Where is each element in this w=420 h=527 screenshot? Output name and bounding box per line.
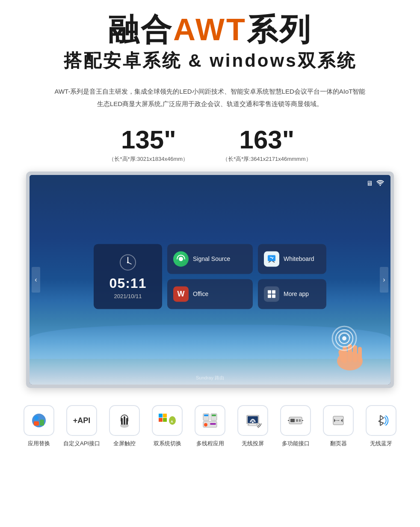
feature-icon-page-turner — [323, 405, 354, 436]
screen-inner: 🖥 ‹ › — [30, 175, 390, 385]
svg-rect-44 — [210, 423, 216, 425]
screen-bottom-bar: Sundray 路由 — [196, 375, 224, 381]
office-label: Office — [193, 291, 208, 298]
app-grid: Signal Source — [94, 244, 326, 309]
svg-rect-12 — [272, 295, 275, 298]
feature-label-page-turner: 翻页器 — [330, 440, 347, 447]
feature-label-dual-os: 双系统切换 — [154, 440, 181, 447]
touch-hand — [326, 320, 369, 372]
feature-label-multiport: 多功能接口 — [282, 440, 310, 447]
status-bar: 🖥 — [366, 179, 384, 188]
svg-rect-31 — [159, 414, 163, 417]
svg-rect-10 — [272, 290, 275, 294]
size-item-1: 135" （长*高*厚:3021x1834x46mm） — [109, 127, 188, 163]
size-item-2: 163" （长*高*厚:3641x2171x46mmmm） — [222, 127, 311, 163]
clock-time: 05:11 — [109, 275, 147, 291]
whiteboard-btn[interactable]: Whiteboard — [258, 244, 326, 274]
svg-point-47 — [252, 421, 254, 423]
whiteboard-label: Whiteboard — [284, 256, 314, 263]
size-detail-2: （长*高*厚:3641x2171x46mmmm） — [222, 155, 311, 163]
screen-frame: 🖥 ‹ › — [26, 172, 394, 388]
header: 融合AWT系列 搭配安卓系统 & windows双系统 — [0, 0, 420, 77]
svg-line-59 — [379, 421, 384, 423]
feature-icon-multithread — [195, 405, 225, 436]
svg-point-5 — [127, 261, 129, 263]
feature-icon-bluetooth — [366, 405, 396, 436]
feature-touch: 全屏触控 — [103, 405, 146, 447]
feature-icon-touch — [109, 405, 140, 436]
feature-bluetooth: 无线蓝牙 — [360, 405, 402, 447]
svg-rect-17 — [358, 347, 362, 362]
svg-rect-51 — [296, 419, 298, 422]
feature-icon-api: +API — [66, 405, 97, 436]
clock-widget: 05:11 2021/10/11 — [94, 244, 162, 309]
more-app-label: More app — [284, 291, 309, 298]
wifi-icon — [376, 179, 384, 188]
feature-wireless-cast: 无线投屏 — [231, 405, 274, 447]
api-text: +API — [73, 416, 91, 425]
svg-rect-33 — [159, 418, 163, 422]
signal-source-label: Signal Source — [193, 256, 230, 263]
clock-date: 2021/10/11 — [114, 293, 142, 299]
svg-rect-32 — [163, 414, 167, 417]
feature-page-turner: 翻页器 — [317, 405, 360, 447]
features-section: 应用替换 +API 自定义API接口 全屏触控 — [0, 405, 420, 447]
feature-icon-dual-os: A — [152, 405, 183, 436]
feature-label-api: 自定义API接口 — [63, 440, 100, 447]
whiteboard-icon — [264, 252, 279, 267]
feature-icon-wireless-cast — [237, 405, 268, 436]
feature-icon-app-replace — [24, 405, 54, 436]
feature-api: +API 自定义API接口 — [60, 405, 103, 447]
svg-rect-41 — [204, 414, 208, 416]
svg-rect-6 — [268, 255, 275, 261]
feature-app-replace: 应用替换 — [18, 405, 60, 447]
more-app-btn[interactable]: More app — [258, 279, 326, 309]
svg-text:A: A — [171, 420, 173, 423]
feature-label-bluetooth: 无线蓝牙 — [370, 440, 392, 447]
screen-arrow-left[interactable]: ‹ — [32, 267, 40, 293]
svg-line-7 — [269, 261, 271, 263]
feature-icon-multiport — [280, 405, 311, 436]
svg-line-58 — [379, 418, 384, 421]
feature-multiport: 多功能接口 — [274, 405, 317, 447]
svg-point-43 — [204, 423, 207, 426]
svg-rect-25 — [34, 421, 39, 426]
title-part1: 融合 — [108, 12, 173, 47]
size-detail-1: （长*高*厚:3021x1834x46mm） — [109, 155, 188, 163]
svg-point-0 — [179, 257, 183, 261]
sizes-section: 135" （长*高*厚:3021x1834x46mm） 163" （长*高*厚:… — [0, 127, 420, 163]
feature-label-touch: 全屏触控 — [113, 440, 136, 447]
size-number-1: 135" — [109, 127, 188, 153]
svg-line-8 — [272, 261, 275, 263]
signal-source-btn[interactable]: Signal Source — [167, 244, 253, 274]
screen-arrow-right[interactable]: › — [380, 267, 388, 293]
subtitle: 搭配安卓系统 & windows双系统 — [0, 49, 420, 73]
office-btn[interactable]: W Office — [167, 279, 253, 309]
feature-label-app-replace: 应用替换 — [28, 440, 50, 447]
svg-point-24 — [34, 416, 38, 420]
svg-point-30 — [120, 423, 129, 428]
svg-rect-11 — [268, 295, 271, 298]
feature-multithread: 多线程应用 — [189, 405, 231, 447]
bottom-logo: Sundray 路由 — [196, 375, 224, 381]
title-part2: 系列 — [247, 12, 312, 47]
screen-container: 🖥 ‹ › — [26, 172, 394, 388]
feature-label-wireless-cast: 无线投屏 — [242, 440, 264, 447]
svg-point-22 — [342, 336, 346, 340]
svg-line-57 — [380, 415, 384, 418]
svg-rect-50 — [290, 419, 295, 422]
wps-icon: W — [173, 287, 189, 302]
monitor-icon: 🖥 — [366, 180, 373, 187]
svg-rect-34 — [163, 418, 167, 422]
page-wrapper: 融合AWT系列 搭配安卓系统 & windows双系统 AWT-系列是音王自主研… — [0, 0, 420, 447]
svg-rect-52 — [299, 419, 301, 422]
svg-rect-42 — [212, 414, 216, 416]
svg-rect-16 — [353, 345, 357, 362]
svg-line-60 — [380, 423, 384, 426]
svg-rect-9 — [268, 290, 271, 294]
feature-label-multithread: 多线程应用 — [196, 440, 224, 447]
more-app-icon — [264, 287, 279, 302]
svg-rect-15 — [348, 344, 352, 362]
size-number-2: 163" — [222, 127, 311, 153]
svg-rect-26 — [40, 420, 44, 426]
